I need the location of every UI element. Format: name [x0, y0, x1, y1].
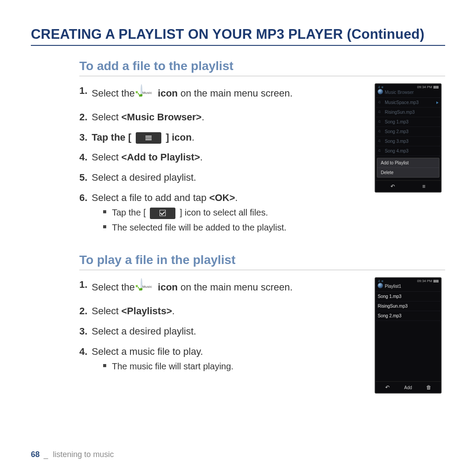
music-icon-label: Music: [142, 285, 152, 289]
text: [: [128, 132, 131, 143]
status-left: ♫ ıı: [378, 85, 383, 89]
text-bold: icon: [158, 88, 178, 99]
text: Select a file to add and tap: [92, 192, 209, 203]
list-item: Song 3.mp3: [375, 137, 441, 146]
page-title: CREATING A PLAYLIST ON YOUR MP3 PLAYER (…: [31, 26, 445, 46]
step-5: Select a desired playlist.: [79, 171, 366, 184]
list-item: RisingSun.mp3: [375, 301, 441, 311]
text: Select: [92, 112, 121, 123]
list-item: Song 2.mp3: [375, 311, 441, 321]
step-4: Select <Add to Playlist>.: [79, 151, 366, 164]
text: Select the: [92, 282, 138, 293]
text: .: [201, 112, 204, 123]
page-number: 68: [31, 450, 40, 459]
section-play-file: To play a file in the playlist Select th…: [79, 253, 445, 394]
steps-add: Select the Music icon on the main menu s…: [79, 84, 366, 234]
back-icon: ↶: [377, 384, 398, 390]
text-bold: <Add to Playlist>: [121, 152, 200, 163]
text-bold: icon: [158, 282, 178, 293]
step-3: Select a desired playlist.: [79, 325, 366, 338]
text-bold: <OK>: [209, 192, 235, 203]
text: ] icon: [166, 132, 192, 143]
note-added: The selected file will be added to the p…: [103, 222, 366, 234]
list-item: RisingSun.mp3: [375, 108, 441, 117]
list-item: Song 2.mp3: [375, 127, 441, 137]
section-b-heading: To play a file in the playlist: [79, 253, 445, 270]
list-item: MusicSpace.mp3: [375, 98, 441, 108]
screen-header: Music Browser: [375, 89, 441, 98]
step-6: Select a file to add and tap <OK>. Tap t…: [79, 191, 366, 234]
text: .: [200, 152, 203, 163]
text-bold: <Playlists>: [121, 305, 172, 316]
device-screenshot-browser: ♫ ıı 09:34 PM ▮▮▮ Music Browser MusicSpa…: [375, 83, 442, 193]
step-1: Select the Music icon on the main menu s…: [79, 84, 366, 104]
device-screenshot-playlist: ♫ ıı 09:34 PM ▮▮▮ Playlist1 Song 1.mp3 R…: [375, 277, 442, 394]
trash-icon: 🗑: [419, 384, 439, 390]
screen-header: Playlist1: [375, 283, 441, 292]
status-right: 09:34 PM ▮▮▮: [417, 85, 439, 89]
steps-play: Select the Music icon on the main menu s…: [79, 278, 366, 372]
step-4: Select a music file to play. The music f…: [79, 345, 366, 373]
step-1: Select the Music icon on the main menu s…: [79, 278, 366, 298]
select-all-icon: [150, 208, 175, 219]
text: Tap the [: [112, 208, 146, 217]
list-item: Song 4.mp3: [375, 146, 441, 156]
text-bold: <Music Browser>: [121, 112, 201, 123]
popup-item: Add to Playlist: [377, 158, 439, 168]
text: Select the: [92, 88, 138, 99]
note-playing: The music file will start playing.: [103, 361, 366, 372]
note-select-all: Tap the [ ] icon to select all files.: [103, 207, 366, 219]
text: on the main menu screen.: [180, 282, 292, 293]
list-item: Song 1.mp3: [375, 292, 441, 301]
popup-item: Delete: [377, 168, 439, 177]
text: Select: [92, 152, 121, 163]
text: ] icon to select all files.: [180, 208, 268, 217]
music-icon-label: Music: [142, 91, 152, 95]
page-footer: 68 _ listening to music: [31, 450, 114, 459]
text: Tap the: [92, 132, 128, 143]
back-icon: ↶: [377, 183, 408, 190]
text: .: [172, 305, 175, 316]
music-icon: Music: [138, 84, 155, 104]
context-popup: Add to Playlist Delete: [377, 158, 439, 178]
text: .: [192, 132, 194, 143]
text: Select a music file to play.: [92, 346, 203, 357]
menu-icon: [136, 132, 161, 144]
section-add-file: To add a file to the playlist Select the…: [79, 59, 445, 241]
step-2: Select <Music Browser>.: [79, 111, 366, 124]
status-right: 09:34 PM ▮▮▮: [417, 279, 439, 283]
step-3: Tap the [ ] icon.: [79, 131, 366, 144]
text: on the main menu screen.: [180, 88, 292, 99]
text: .: [235, 192, 238, 203]
list-item: Song 1.mp3: [375, 117, 441, 127]
footer-separator: _: [44, 450, 48, 459]
text: Select: [92, 305, 121, 316]
add-button: Add: [398, 385, 418, 390]
status-left: ♫ ıı: [378, 279, 383, 283]
section-a-heading: To add a file to the playlist: [79, 59, 445, 76]
footer-text: listening to music: [53, 450, 114, 459]
menu-icon: ≡: [408, 183, 439, 190]
music-icon: Music: [138, 278, 155, 298]
step-2: Select <Playlists>.: [79, 305, 366, 318]
